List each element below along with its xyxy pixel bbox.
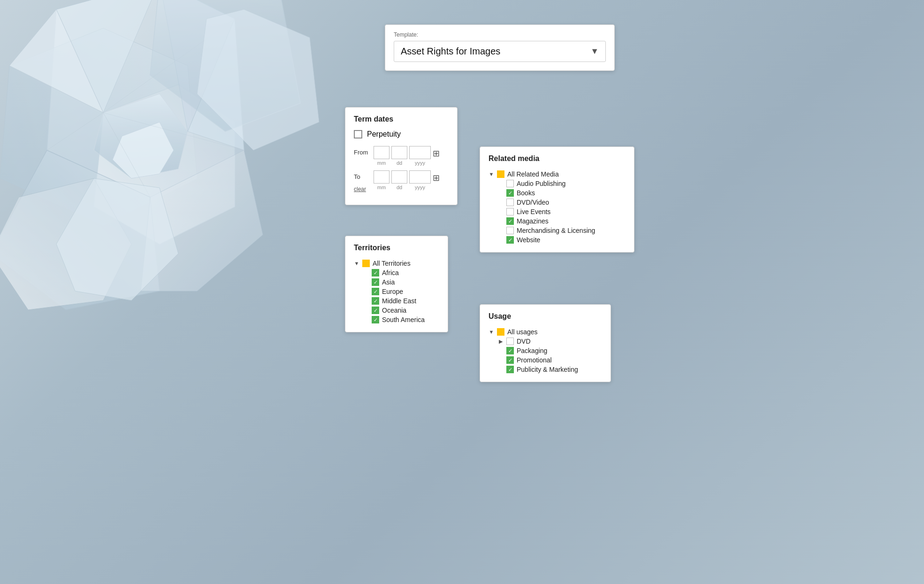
tree-item-5[interactable]: Magazines <box>489 216 626 226</box>
perpetuity-checkbox[interactable] <box>354 130 362 138</box>
tree-item-0[interactable]: ▼All Related Media <box>489 169 626 179</box>
tree-item-2[interactable]: Asia <box>354 277 439 287</box>
from-calendar-icon[interactable]: ⊞ <box>433 146 440 159</box>
tree-label-2: Books <box>517 189 535 197</box>
chevron-down-icon: ▼ <box>590 46 599 56</box>
tree-label-3: DVD/Video <box>517 199 549 206</box>
tree-item-2[interactable]: Books <box>489 188 626 198</box>
tree-checkbox-3[interactable] <box>506 199 514 206</box>
clear-link[interactable]: clear <box>354 182 366 192</box>
tree-toggle-0[interactable]: ▼ <box>489 171 494 177</box>
territories-panel: Territories ▼All TerritoriesAfricaAsiaEu… <box>345 236 448 332</box>
territories-list: ▼All TerritoriesAfricaAsiaEuropeMiddle E… <box>354 259 439 324</box>
usage-title: Usage <box>489 312 602 321</box>
tree-item-7[interactable]: Website <box>489 235 626 245</box>
tree-toggle-0[interactable]: ▼ <box>489 329 494 335</box>
tree-item-3[interactable]: Promotional <box>489 355 602 365</box>
template-label: Template: <box>394 31 606 38</box>
tree-item-6[interactable]: South America <box>354 315 439 324</box>
tree-checkbox-1[interactable] <box>372 269 379 277</box>
from-yyyy-placeholder: yyyy <box>409 160 431 166</box>
tree-label-2: Asia <box>382 278 395 286</box>
perpetuity-row: Perpetuity <box>354 130 449 138</box>
tree-checkbox-5[interactable] <box>372 307 379 314</box>
from-yyyy-input[interactable] <box>409 146 431 159</box>
to-mm-placeholder: mm <box>374 184 389 190</box>
tree-label-5: Magazines <box>517 217 549 225</box>
tree-item-5[interactable]: Oceania <box>354 306 439 315</box>
tree-checkbox-6[interactable] <box>372 316 379 323</box>
tree-checkbox-7[interactable] <box>506 236 514 244</box>
tree-toggle-0[interactable]: ▼ <box>354 261 359 266</box>
related-media-list: ▼All Related MediaAudio PublishingBooksD… <box>489 169 626 245</box>
tree-checkbox-2[interactable] <box>372 278 379 286</box>
template-dropdown[interactable]: Asset Rights for Images ▼ <box>394 41 606 62</box>
tree-item-0[interactable]: ▼All usages <box>489 327 602 337</box>
tree-label-1: DVD <box>517 338 531 345</box>
tree-label-0: All Territories <box>373 260 411 267</box>
tree-item-6[interactable]: Merchandising & Licensing <box>489 226 626 235</box>
tree-checkbox-0[interactable] <box>362 260 370 267</box>
tree-checkbox-1[interactable] <box>506 338 514 345</box>
tree-checkbox-3[interactable] <box>506 356 514 364</box>
term-dates-panel: Term dates Perpetuity From ⊞ mm dd yyyy … <box>345 107 458 205</box>
tree-label-7: Website <box>517 236 540 244</box>
tree-label-3: Promotional <box>517 356 552 364</box>
usage-list: ▼All usages▶DVDPackagingPromotionalPubli… <box>489 327 602 374</box>
tree-item-1[interactable]: Africa <box>354 268 439 277</box>
tree-label-4: Middle East <box>382 297 416 305</box>
tree-label-6: South America <box>382 316 425 323</box>
tree-checkbox-4[interactable] <box>372 297 379 305</box>
to-calendar-icon[interactable]: ⊞ <box>433 171 440 183</box>
tree-label-4: Publicity & Marketing <box>517 366 578 373</box>
tree-item-0[interactable]: ▼All Territories <box>354 259 439 268</box>
tree-checkbox-5[interactable] <box>506 217 514 225</box>
tree-label-1: Africa <box>382 269 399 277</box>
tree-item-1[interactable]: ▶DVD <box>489 337 602 346</box>
tree-checkbox-6[interactable] <box>506 227 514 234</box>
tree-label-5: Oceania <box>382 307 406 314</box>
to-date-row: To clear ⊞ mm dd yyyy <box>354 170 449 192</box>
related-media-title: Related media <box>489 154 626 163</box>
tree-item-3[interactable]: DVD/Video <box>489 198 626 207</box>
term-dates-title: Term dates <box>354 115 449 123</box>
tree-label-1: Audio Publishing <box>517 180 565 187</box>
tree-item-2[interactable]: Packaging <box>489 346 602 355</box>
from-mm-input[interactable] <box>374 146 389 159</box>
from-date-row: From ⊞ mm dd yyyy <box>354 146 449 166</box>
tree-label-0: All Related Media <box>507 170 559 178</box>
related-media-panel: Related media ▼All Related MediaAudio Pu… <box>480 146 634 253</box>
tree-checkbox-2[interactable] <box>506 347 514 354</box>
territories-title: Territories <box>354 244 439 252</box>
tree-label-2: Packaging <box>517 347 547 354</box>
tree-checkbox-1[interactable] <box>506 180 514 187</box>
tree-label-3: Europe <box>382 288 403 295</box>
background-graphic <box>0 0 328 404</box>
tree-item-4[interactable]: Publicity & Marketing <box>489 365 602 374</box>
tree-checkbox-3[interactable] <box>372 288 379 295</box>
template-panel: Template: Asset Rights for Images ▼ <box>385 24 615 71</box>
perpetuity-label: Perpetuity <box>367 130 401 138</box>
to-yyyy-input[interactable] <box>409 170 431 184</box>
to-yyyy-placeholder: yyyy <box>409 184 431 190</box>
tree-item-4[interactable]: Middle East <box>354 296 439 306</box>
tree-label-4: Live Events <box>517 208 550 215</box>
tree-checkbox-0[interactable] <box>497 328 504 336</box>
tree-checkbox-0[interactable] <box>497 170 504 178</box>
tree-item-1[interactable]: Audio Publishing <box>489 179 626 188</box>
from-mm-placeholder: mm <box>374 160 389 166</box>
tree-toggle-1[interactable]: ▶ <box>498 338 504 345</box>
to-mm-input[interactable] <box>374 170 389 184</box>
tree-checkbox-2[interactable] <box>506 189 514 197</box>
tree-item-3[interactable]: Europe <box>354 287 439 296</box>
tree-item-4[interactable]: Live Events <box>489 207 626 216</box>
from-label: From <box>354 146 371 156</box>
tree-checkbox-4[interactable] <box>506 366 514 373</box>
from-dd-placeholder: dd <box>391 160 407 166</box>
tree-label-0: All usages <box>507 328 538 336</box>
usage-panel: Usage ▼All usages▶DVDPackagingPromotiona… <box>480 304 611 382</box>
to-dd-input[interactable] <box>391 170 407 184</box>
tree-checkbox-4[interactable] <box>506 208 514 215</box>
from-dd-input[interactable] <box>391 146 407 159</box>
tree-label-6: Merchandising & Licensing <box>517 227 595 234</box>
